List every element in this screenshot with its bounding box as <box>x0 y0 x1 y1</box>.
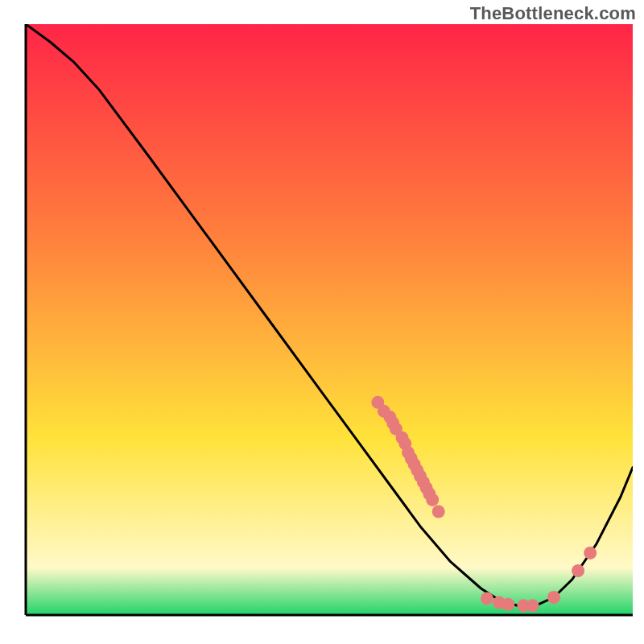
watermark-text: TheBottleneck.com <box>470 3 636 24</box>
curve-dot <box>432 506 445 518</box>
chart-container: { "watermark": "TheBottleneck.com", "col… <box>0 0 644 644</box>
curve-dot <box>584 547 597 559</box>
curve-dot <box>426 493 439 506</box>
bottleneck-curve-chart <box>0 0 644 644</box>
curve-dot <box>502 598 514 611</box>
curve-dot <box>526 599 539 612</box>
curve-dot <box>547 591 560 604</box>
curve-dot <box>572 564 584 577</box>
curve-dot <box>481 592 493 605</box>
